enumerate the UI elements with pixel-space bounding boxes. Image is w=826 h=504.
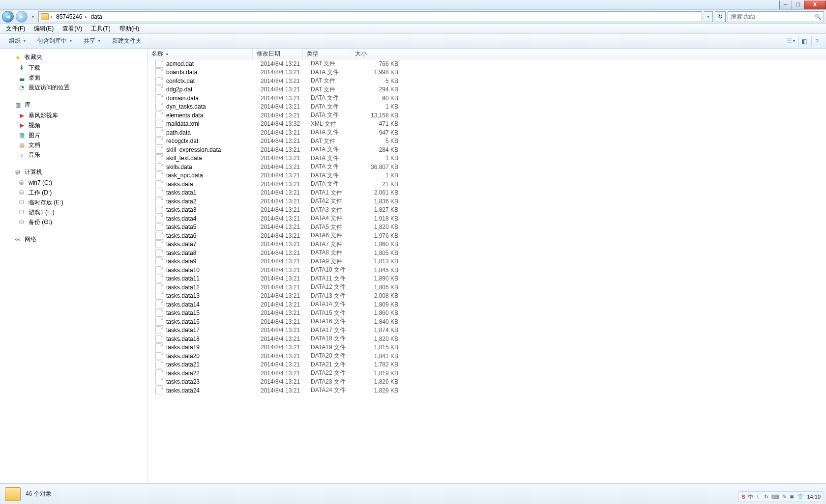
file-row[interactable]: malldata.xml2014/8/4 13:32XML 文件471 KB bbox=[148, 120, 826, 129]
file-row[interactable]: tasks.data42014/8/4 13:21DATA4 文件1,918 K… bbox=[148, 214, 826, 223]
sidebar-network[interactable]: ⚯网络 bbox=[3, 234, 147, 245]
history-dropdown[interactable]: ▼ bbox=[30, 12, 36, 22]
file-row[interactable]: acmod.dat2014/8/4 13:21DAT 文件766 KB bbox=[148, 59, 826, 68]
clock[interactable]: 14:10 bbox=[807, 494, 821, 500]
menu-view[interactable]: 查看(V) bbox=[59, 24, 86, 34]
minimize-button[interactable]: ─ bbox=[779, 0, 792, 9]
file-row[interactable]: tasks.data182014/8/4 13:21DATA18 文件1,820… bbox=[148, 335, 826, 343]
sidebar-drive-d[interactable]: ⛁工作 (D:) bbox=[3, 188, 147, 197]
file-row[interactable]: tasks.data222014/8/4 13:21DATA22 文件1,819… bbox=[148, 369, 826, 378]
search-icon[interactable]: 🔍 bbox=[815, 14, 822, 20]
sidebar-videos[interactable]: ▶视频 bbox=[3, 120, 147, 130]
file-row[interactable]: tasks.data242014/8/4 13:21DATA24 文件1,829… bbox=[148, 386, 826, 395]
file-row[interactable]: skills.data2014/8/4 13:21DATA 文件36,807 K… bbox=[148, 163, 826, 171]
refresh-button[interactable]: ↻ bbox=[715, 11, 726, 22]
sidebar-documents[interactable]: ▤文档 bbox=[3, 140, 147, 150]
file-row[interactable]: confctx.dat2014/8/4 13:21DAT 文件5 KB bbox=[148, 77, 826, 85]
file-row[interactable]: path.data2014/8/4 13:21DATA 文件947 KB bbox=[148, 128, 826, 137]
file-row[interactable]: tasks.data112014/8/4 13:21DATA11 文件1,890… bbox=[148, 275, 826, 283]
sidebar-favorites[interactable]: ★收藏夹 bbox=[3, 52, 147, 63]
sidebar-downloads[interactable]: ⬇下载 bbox=[3, 63, 147, 73]
sidebar-music[interactable]: ♪音乐 bbox=[3, 150, 147, 160]
maximize-button[interactable]: ☐ bbox=[792, 0, 804, 9]
file-row[interactable]: domain.data2014/8/4 13:21DATA 文件90 KB bbox=[148, 94, 826, 103]
file-row[interactable]: tasks.data202014/8/4 13:21DATA20 文件1,841… bbox=[148, 352, 826, 361]
file-row[interactable]: tasks.data72014/8/4 13:21DATA7 文件1,860 K… bbox=[148, 240, 826, 249]
moon-icon[interactable]: ☾ bbox=[756, 494, 761, 500]
ime-icon[interactable]: S bbox=[741, 494, 745, 500]
view-mode-button[interactable]: ☰ ▼ bbox=[786, 36, 796, 47]
file-row[interactable]: tasks.data122014/8/4 13:21DATA12 文件1,805… bbox=[148, 283, 826, 292]
keyboard-icon[interactable]: ⌨ bbox=[771, 494, 779, 500]
file-row[interactable]: tasks.data212014/8/4 13:21DATA21 文件1,782… bbox=[148, 361, 826, 369]
breadcrumb-sep[interactable]: ▸ bbox=[85, 14, 88, 19]
file-row[interactable]: tasks.data172014/8/4 13:21DATA17 文件1,874… bbox=[148, 326, 826, 335]
file-row[interactable]: tasks.data162014/8/4 13:21DATA16 文件1,840… bbox=[148, 317, 826, 326]
menu-file[interactable]: 文件(F) bbox=[2, 24, 29, 34]
skin-icon[interactable]: 👕 bbox=[797, 494, 804, 500]
breadcrumb-sep[interactable]: ▸ bbox=[51, 14, 53, 19]
menu-edit[interactable]: 编辑(E) bbox=[30, 24, 58, 34]
tool-icon[interactable]: ✎ bbox=[782, 494, 787, 500]
file-row[interactable]: tasks.data12014/8/4 13:21DATA1 文件2,061 K… bbox=[148, 189, 826, 197]
file-row[interactable]: ddg2p.dat2014/8/4 13:21DAT 文件294 KB bbox=[148, 85, 826, 94]
share-button[interactable]: 共享▼ bbox=[79, 35, 106, 47]
file-row[interactable]: tasks.data192014/8/4 13:21DATA19 文件1,815… bbox=[148, 343, 826, 352]
file-row[interactable]: tasks.data142014/8/4 13:21DATA14 文件1,809… bbox=[148, 300, 826, 309]
file-list[interactable]: acmod.dat2014/8/4 13:21DAT 文件766 KBboard… bbox=[148, 59, 826, 483]
column-type[interactable]: 类型 bbox=[303, 49, 351, 59]
search-input[interactable] bbox=[730, 13, 813, 20]
file-row[interactable]: tasks.data232014/8/4 13:21DATA23 文件1,826… bbox=[148, 378, 826, 387]
file-row[interactable]: dyn_tasks.data2014/8/4 13:21DATA 文件1 KB bbox=[148, 103, 826, 112]
system-tray[interactable]: S 中 ☾ ↻ ⌨ ✎ ✱ 👕 14:10 bbox=[738, 491, 824, 502]
sync-icon[interactable]: ↻ bbox=[764, 494, 768, 500]
back-button[interactable]: ◄ bbox=[2, 11, 14, 23]
file-row[interactable]: task_npc.data2014/8/4 13:21DATA 文件1 KB bbox=[148, 171, 826, 180]
sidebar-computer[interactable]: 🖳计算机 bbox=[3, 167, 147, 178]
forward-button[interactable]: ► bbox=[16, 11, 28, 23]
help-button[interactable]: ? bbox=[811, 36, 822, 47]
settings-icon[interactable]: ✱ bbox=[790, 494, 794, 500]
breadcrumb-seg1[interactable]: 85745246 bbox=[55, 12, 83, 22]
file-row[interactable]: tasks.data22014/8/4 13:21DATA2 文件1,836 K… bbox=[148, 197, 826, 206]
file-row[interactable]: tasks.data62014/8/4 13:21DATA6 文件1,976 K… bbox=[148, 231, 826, 240]
sidebar-drive-e[interactable]: ⛁临时存放 (E:) bbox=[3, 197, 147, 207]
preview-pane-button[interactable]: ◧ bbox=[798, 36, 809, 47]
search-box[interactable]: 🔍 bbox=[728, 11, 824, 22]
file-row[interactable]: boards.data2014/8/4 13:21DATA 文件1,998 KB bbox=[148, 68, 826, 77]
file-row[interactable]: tasks.data2014/8/4 13:21DATA 文件21 KB bbox=[148, 180, 826, 189]
sidebar-drive-g[interactable]: ⛁备份 (G:) bbox=[3, 217, 147, 227]
file-row[interactable]: skill_text.data2014/8/4 13:21DATA 文件1 KB bbox=[148, 154, 826, 163]
file-row[interactable]: tasks.data152014/8/4 13:21DATA15 文件1,860… bbox=[148, 309, 826, 318]
file-row[interactable]: tasks.data52014/8/4 13:21DATA5 文件1,820 K… bbox=[148, 223, 826, 232]
sidebar-recent[interactable]: ◔最近访问的位置 bbox=[3, 83, 147, 92]
column-size[interactable]: 大小 bbox=[351, 49, 398, 59]
breadcrumb-seg2[interactable]: data bbox=[89, 12, 103, 22]
file-row[interactable]: tasks.data32014/8/4 13:21DATA3 文件1,827 K… bbox=[148, 206, 826, 215]
file-row[interactable]: tasks.data132014/8/4 13:21DATA13 文件2,008… bbox=[148, 292, 826, 301]
file-row[interactable]: elements.data2014/8/4 13:21DATA 文件13,158… bbox=[148, 111, 826, 120]
file-row[interactable]: recogctx.dat2014/8/4 13:21DAT 文件5 KB bbox=[148, 137, 826, 146]
include-button[interactable]: 包含到库中▼ bbox=[32, 35, 78, 47]
sidebar-baofeng[interactable]: ▶暴风影视库 bbox=[3, 111, 147, 120]
sidebar-libraries[interactable]: ▥库 bbox=[3, 99, 147, 111]
sidebar-desktop[interactable]: ▃桌面 bbox=[3, 73, 147, 83]
column-name[interactable]: 名称▲ bbox=[148, 49, 253, 59]
file-row[interactable]: tasks.data92014/8/4 13:21DATA9 文件1,813 K… bbox=[148, 257, 826, 266]
address-bar[interactable]: ▸ 85745246 ▸ data bbox=[38, 11, 702, 22]
file-row[interactable]: tasks.data82014/8/4 13:21DATA8 文件1,805 K… bbox=[148, 249, 826, 257]
address-dropdown[interactable]: ▼ bbox=[704, 11, 713, 22]
file-row[interactable]: tasks.data102014/8/4 13:21DATA10 文件1,845… bbox=[148, 266, 826, 275]
menu-help[interactable]: 帮助(H) bbox=[116, 24, 144, 34]
navigation-pane[interactable]: ★收藏夹 ⬇下载 ▃桌面 ◔最近访问的位置 ▥库 ▶暴风影视库 ▶视频 ▦图片 … bbox=[0, 49, 148, 483]
close-button[interactable]: X bbox=[804, 0, 826, 9]
sidebar-drive-c[interactable]: ⛁win7 (C:) bbox=[3, 178, 147, 188]
file-row[interactable]: skill_expression.data2014/8/4 13:21DATA … bbox=[148, 145, 826, 154]
sidebar-pictures[interactable]: ▦图片 bbox=[3, 130, 147, 140]
menu-tools[interactable]: 工具(T) bbox=[87, 24, 114, 34]
organize-button[interactable]: 组织▼ bbox=[4, 35, 31, 47]
ime-label[interactable]: 中 bbox=[748, 493, 753, 501]
column-date[interactable]: 修改日期 bbox=[253, 49, 303, 59]
sidebar-drive-f[interactable]: ⛁游戏1 (F:) bbox=[3, 207, 147, 217]
newfolder-button[interactable]: 新建文件夹 bbox=[107, 35, 147, 47]
